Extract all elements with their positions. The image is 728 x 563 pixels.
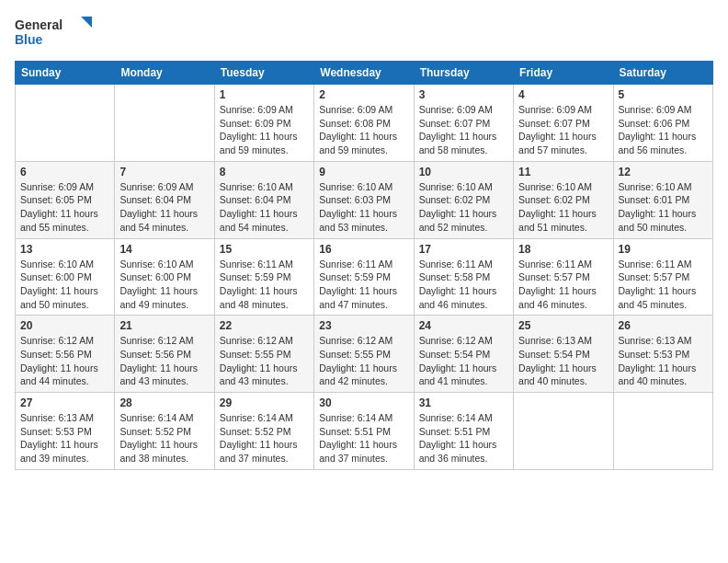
calendar-cell: 18Sunrise: 6:11 AMSunset: 5:57 PMDayligh… — [514, 238, 613, 316]
calendar-cell: 26Sunrise: 6:13 AMSunset: 5:53 PMDayligh… — [613, 316, 712, 393]
day-number: 8 — [220, 166, 309, 178]
header: General Blue — [15, 15, 713, 53]
day-info: Sunrise: 6:09 AMSunset: 6:06 PMDaylight:… — [619, 103, 708, 157]
day-info: Sunrise: 6:10 AMSunset: 6:00 PMDaylight:… — [20, 258, 109, 312]
day-info: Sunrise: 6:14 AMSunset: 5:51 PMDaylight:… — [319, 411, 408, 465]
day-info: Sunrise: 6:11 AMSunset: 5:58 PMDaylight:… — [419, 258, 508, 312]
day-number: 26 — [619, 319, 708, 332]
week-row-0: 1Sunrise: 6:09 AMSunset: 6:09 PMDaylight… — [16, 85, 713, 162]
calendar-cell: 10Sunrise: 6:10 AMSunset: 6:02 PMDayligh… — [414, 161, 513, 238]
weekday-header-tuesday: Tuesday — [214, 62, 313, 85]
day-number: 6 — [20, 166, 109, 178]
svg-text:General: General — [15, 17, 63, 32]
day-number: 30 — [319, 396, 408, 409]
day-info: Sunrise: 6:13 AMSunset: 5:54 PMDaylight:… — [518, 334, 608, 388]
day-number: 25 — [518, 319, 608, 332]
day-info: Sunrise: 6:13 AMSunset: 5:53 PMDaylight:… — [619, 334, 708, 388]
calendar-cell: 1Sunrise: 6:09 AMSunset: 6:09 PMDaylight… — [214, 85, 313, 162]
calendar-cell: 17Sunrise: 6:11 AMSunset: 5:58 PMDayligh… — [414, 238, 513, 316]
week-row-1: 6Sunrise: 6:09 AMSunset: 6:05 PMDaylight… — [16, 161, 713, 238]
calendar-table: SundayMondayTuesdayWednesdayThursdayFrid… — [15, 61, 713, 470]
day-number: 16 — [319, 243, 408, 256]
logo-svg: General Blue — [15, 15, 97, 53]
calendar-cell: 27Sunrise: 6:13 AMSunset: 5:53 PMDayligh… — [16, 393, 115, 470]
calendar-cell: 7Sunrise: 6:09 AMSunset: 6:04 PMDaylight… — [115, 161, 214, 238]
day-number: 20 — [20, 319, 109, 332]
day-number: 5 — [619, 88, 708, 101]
weekday-header-sunday: Sunday — [16, 62, 115, 85]
day-number: 4 — [518, 88, 608, 101]
calendar-cell: 25Sunrise: 6:13 AMSunset: 5:54 PMDayligh… — [514, 316, 613, 393]
day-info: Sunrise: 6:10 AMSunset: 6:00 PMDaylight:… — [119, 258, 209, 312]
day-number: 19 — [619, 243, 708, 256]
calendar-cell — [613, 393, 712, 470]
day-number: 27 — [20, 396, 109, 409]
day-info: Sunrise: 6:13 AMSunset: 5:53 PMDaylight:… — [20, 411, 109, 465]
day-info: Sunrise: 6:11 AMSunset: 5:57 PMDaylight:… — [619, 258, 708, 312]
calendar-cell — [115, 85, 214, 162]
calendar-cell: 8Sunrise: 6:10 AMSunset: 6:04 PMDaylight… — [214, 161, 313, 238]
day-info: Sunrise: 6:12 AMSunset: 5:56 PMDaylight:… — [119, 334, 209, 388]
day-number: 23 — [319, 319, 408, 332]
calendar-cell: 23Sunrise: 6:12 AMSunset: 5:55 PMDayligh… — [314, 316, 414, 393]
day-number: 17 — [419, 243, 508, 256]
weekday-header-saturday: Saturday — [613, 62, 712, 85]
day-number: 29 — [220, 396, 309, 409]
day-number: 14 — [119, 243, 209, 256]
day-info: Sunrise: 6:10 AMSunset: 6:03 PMDaylight:… — [319, 180, 408, 235]
calendar-cell: 20Sunrise: 6:12 AMSunset: 5:56 PMDayligh… — [16, 316, 115, 393]
logo: General Blue — [15, 15, 97, 53]
day-number: 21 — [119, 319, 209, 332]
day-info: Sunrise: 6:14 AMSunset: 5:51 PMDaylight:… — [419, 411, 508, 465]
calendar-cell: 29Sunrise: 6:14 AMSunset: 5:52 PMDayligh… — [214, 393, 313, 470]
day-number: 31 — [419, 396, 508, 409]
day-number: 22 — [220, 319, 309, 332]
day-number: 3 — [419, 88, 508, 101]
calendar-cell: 30Sunrise: 6:14 AMSunset: 5:51 PMDayligh… — [314, 393, 414, 470]
day-info: Sunrise: 6:12 AMSunset: 5:54 PMDaylight:… — [419, 334, 508, 388]
calendar-cell: 15Sunrise: 6:11 AMSunset: 5:59 PMDayligh… — [214, 238, 313, 316]
calendar-cell: 22Sunrise: 6:12 AMSunset: 5:55 PMDayligh… — [214, 316, 313, 393]
svg-text:Blue: Blue — [15, 32, 43, 47]
calendar-cell: 19Sunrise: 6:11 AMSunset: 5:57 PMDayligh… — [613, 238, 712, 316]
weekday-header-monday: Monday — [115, 62, 214, 85]
day-info: Sunrise: 6:10 AMSunset: 6:01 PMDaylight:… — [619, 180, 708, 235]
day-info: Sunrise: 6:11 AMSunset: 5:59 PMDaylight:… — [319, 258, 408, 312]
day-info: Sunrise: 6:09 AMSunset: 6:07 PMDaylight:… — [518, 103, 608, 157]
weekday-header-friday: Friday — [514, 62, 613, 85]
calendar-cell: 3Sunrise: 6:09 AMSunset: 6:07 PMDaylight… — [414, 85, 513, 162]
calendar-cell: 4Sunrise: 6:09 AMSunset: 6:07 PMDaylight… — [514, 85, 613, 162]
day-info: Sunrise: 6:10 AMSunset: 6:04 PMDaylight:… — [220, 180, 309, 235]
week-row-2: 13Sunrise: 6:10 AMSunset: 6:00 PMDayligh… — [16, 238, 713, 316]
calendar-cell: 21Sunrise: 6:12 AMSunset: 5:56 PMDayligh… — [115, 316, 214, 393]
calendar-cell: 11Sunrise: 6:10 AMSunset: 6:02 PMDayligh… — [514, 161, 613, 238]
week-row-3: 20Sunrise: 6:12 AMSunset: 5:56 PMDayligh… — [16, 316, 713, 393]
calendar-cell — [16, 85, 115, 162]
day-info: Sunrise: 6:11 AMSunset: 5:59 PMDaylight:… — [220, 258, 309, 312]
day-info: Sunrise: 6:11 AMSunset: 5:57 PMDaylight:… — [518, 258, 608, 312]
day-number: 11 — [518, 166, 608, 178]
weekday-header-thursday: Thursday — [414, 62, 513, 85]
day-info: Sunrise: 6:09 AMSunset: 6:09 PMDaylight:… — [220, 103, 309, 157]
day-number: 12 — [619, 166, 708, 178]
day-number: 7 — [119, 166, 209, 178]
calendar-cell: 9Sunrise: 6:10 AMSunset: 6:03 PMDaylight… — [314, 161, 414, 238]
day-info: Sunrise: 6:12 AMSunset: 5:55 PMDaylight:… — [319, 334, 408, 388]
calendar-cell: 24Sunrise: 6:12 AMSunset: 5:54 PMDayligh… — [414, 316, 513, 393]
day-info: Sunrise: 6:12 AMSunset: 5:55 PMDaylight:… — [220, 334, 309, 388]
day-info: Sunrise: 6:12 AMSunset: 5:56 PMDaylight:… — [20, 334, 109, 388]
day-number: 15 — [220, 243, 309, 256]
calendar-cell: 16Sunrise: 6:11 AMSunset: 5:59 PMDayligh… — [314, 238, 414, 316]
calendar-cell: 31Sunrise: 6:14 AMSunset: 5:51 PMDayligh… — [414, 393, 513, 470]
weekday-header-wednesday: Wednesday — [314, 62, 414, 85]
day-info: Sunrise: 6:10 AMSunset: 6:02 PMDaylight:… — [419, 180, 508, 235]
day-info: Sunrise: 6:14 AMSunset: 5:52 PMDaylight:… — [119, 411, 209, 465]
day-number: 9 — [319, 166, 408, 178]
calendar-cell: 5Sunrise: 6:09 AMSunset: 6:06 PMDaylight… — [613, 85, 712, 162]
day-number: 1 — [220, 88, 309, 101]
svg-marker-2 — [81, 17, 92, 28]
day-number: 28 — [119, 396, 209, 409]
calendar-cell: 2Sunrise: 6:09 AMSunset: 6:08 PMDaylight… — [314, 85, 414, 162]
day-info: Sunrise: 6:09 AMSunset: 6:04 PMDaylight:… — [119, 180, 209, 235]
day-info: Sunrise: 6:10 AMSunset: 6:02 PMDaylight:… — [518, 180, 608, 235]
